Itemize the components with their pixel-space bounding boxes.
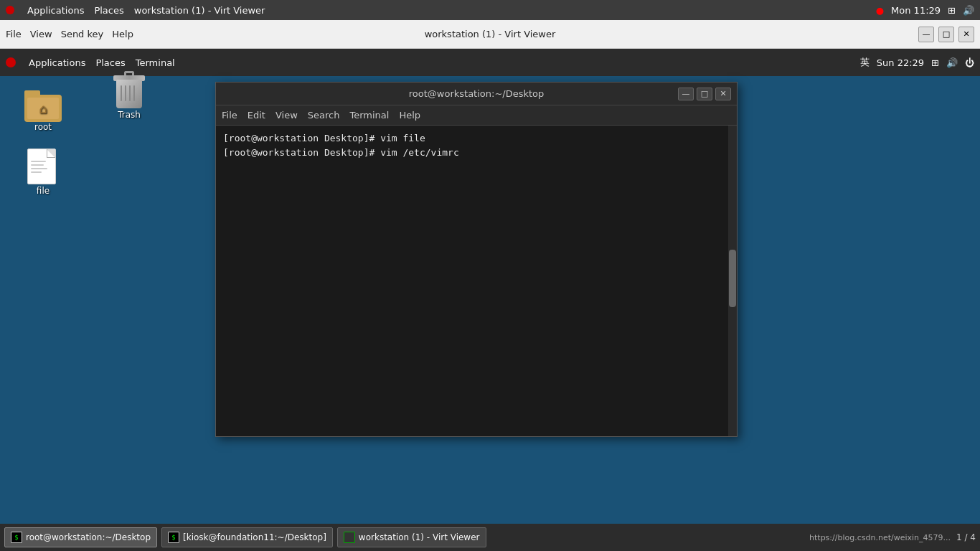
virt-viewer-chrome: File View Send key Help workstation (1) … bbox=[0, 20, 980, 49]
taskbar-item-kiosk[interactable]: $ [kiosk@foundation11:~/Desktop] bbox=[161, 527, 333, 547]
terminal-taskbar-icon: $ bbox=[11, 532, 22, 543]
terminal-content[interactable]: [root@workstation Desktop]# vim file [ro… bbox=[216, 126, 737, 436]
terminal-file-menu[interactable]: File bbox=[222, 110, 237, 121]
trash-lines bbox=[121, 85, 135, 101]
taskbar-item-terminal-active[interactable]: $ root@workstation:~/Desktop bbox=[4, 527, 157, 547]
vv-help-menu[interactable]: Help bbox=[112, 29, 133, 39]
vv-sendkey-menu[interactable]: Send key bbox=[61, 29, 104, 39]
host-topbar: Applications Places workstation (1) - Vi… bbox=[0, 0, 980, 20]
guest-desktop: ⌂ root bbox=[0, 76, 980, 551]
terminal-view-menu[interactable]: View bbox=[275, 110, 298, 121]
desktop-icon-trash[interactable]: Trash bbox=[100, 71, 158, 120]
taskbar-item-virt[interactable]: workstation (1) - Virt Viewer bbox=[337, 527, 486, 547]
guest-terminal-menu[interactable]: Terminal bbox=[136, 57, 175, 68]
host-window-title[interactable]: workstation (1) - Virt Viewer bbox=[134, 5, 265, 16]
desktop-icon-root-label: root bbox=[34, 122, 52, 132]
file-line bbox=[31, 168, 47, 169]
terminal-maximize-button[interactable]: □ bbox=[697, 88, 712, 100]
taskbar-item-kiosk-label: [kiosk@foundation11:~/Desktop] bbox=[183, 532, 326, 542]
host-clock: Mon 11:29 bbox=[891, 5, 941, 16]
terminal-help-menu[interactable]: Help bbox=[399, 110, 420, 121]
guest-clock: Sun 22:29 bbox=[877, 57, 924, 68]
trash-line bbox=[121, 85, 122, 101]
taskbar-item-virt-label: workstation (1) - Virt Viewer bbox=[359, 532, 480, 542]
guest-places-menu[interactable]: Places bbox=[95, 57, 125, 68]
kiosk-terminal-taskbar-icon: $ bbox=[168, 532, 179, 543]
vv-close-button[interactable]: ✕ bbox=[958, 27, 974, 42]
trash-line bbox=[125, 85, 126, 101]
trash-line bbox=[133, 85, 135, 101]
terminal-menubar: File Edit View Search Terminal Help bbox=[216, 105, 737, 126]
terminal-minimize-button[interactable]: — bbox=[678, 88, 694, 100]
vv-maximize-button[interactable]: □ bbox=[938, 27, 954, 42]
guest-power-icon[interactable]: ⏻ bbox=[965, 57, 974, 68]
terminal-edit-menu[interactable]: Edit bbox=[248, 110, 265, 121]
file-body bbox=[27, 149, 56, 184]
guest-apps-icon bbox=[6, 57, 16, 67]
trash-body bbox=[116, 80, 142, 108]
terminal-window: root@workstation:~/Desktop — □ ✕ File Ed… bbox=[215, 82, 738, 437]
file-line bbox=[31, 161, 46, 162]
scrollbar-thumb[interactable] bbox=[729, 250, 736, 307]
terminal-title: root@workstation:~/Desktop bbox=[409, 88, 545, 99]
file-line bbox=[31, 164, 44, 166]
vv-file-menu[interactable]: File bbox=[6, 29, 22, 39]
guest-volume-icon: 🔊 bbox=[946, 57, 958, 68]
terminal-terminal-menu[interactable]: Terminal bbox=[349, 110, 389, 121]
file-doc-icon bbox=[27, 149, 59, 186]
guest-lang-indicator: 英 bbox=[860, 56, 870, 69]
vv-view-menu[interactable]: View bbox=[30, 29, 52, 39]
taskbar-url: https://blog.csdn.net/weixin_4579... bbox=[809, 533, 951, 542]
terminal-titlebar: root@workstation:~/Desktop — □ ✕ bbox=[216, 83, 737, 105]
guest-area: Applications Places Terminal 英 Sun 22:29… bbox=[0, 49, 980, 551]
file-fold-inner bbox=[47, 149, 55, 158]
taskbar-item-terminal-label: root@workstation:~/Desktop bbox=[26, 532, 151, 542]
virt-taskbar-icon bbox=[344, 532, 355, 543]
folder-root-icon: ⌂ bbox=[24, 90, 62, 122]
trash-line bbox=[129, 85, 131, 101]
terminal-line-2: [root@workstation Desktop]# vim /etc/vim… bbox=[223, 146, 730, 160]
taskbar-page: 1 / 4 bbox=[956, 532, 976, 542]
vv-minimize-button[interactable]: — bbox=[918, 27, 934, 42]
guest-taskbar: $ root@workstation:~/Desktop $ [kiosk@fo… bbox=[0, 524, 980, 551]
host-apps-icon bbox=[6, 6, 14, 14]
folder-body: ⌂ bbox=[24, 95, 62, 122]
terminal-close-button[interactable]: ✕ bbox=[715, 88, 731, 100]
guest-network-icon: ⊞ bbox=[931, 57, 939, 68]
desktop-icons-area: ⌂ root bbox=[0, 76, 187, 551]
terminal-line-1: [root@workstation Desktop]# vim file bbox=[223, 131, 730, 146]
trash-can-icon bbox=[113, 71, 145, 108]
host-places-menu[interactable]: Places bbox=[94, 5, 123, 16]
host-recording-indicator: ● bbox=[876, 5, 884, 16]
desktop-icon-trash-label: Trash bbox=[118, 110, 141, 120]
vv-title: workstation (1) - Virt Viewer bbox=[425, 29, 556, 39]
home-symbol: ⌂ bbox=[39, 101, 47, 116]
host-network-icon: ⊞ bbox=[948, 5, 956, 16]
desktop-icon-file[interactable]: file bbox=[14, 149, 72, 196]
terminal-scrollbar[interactable] bbox=[728, 126, 737, 436]
terminal-search-menu[interactable]: Search bbox=[308, 110, 340, 121]
host-volume-icon: 🔊 bbox=[963, 5, 974, 16]
file-line bbox=[31, 171, 42, 173]
desktop-icon-file-label: file bbox=[37, 186, 50, 196]
guest-applications-menu[interactable]: Applications bbox=[29, 57, 85, 68]
host-applications-menu[interactable]: Applications bbox=[27, 5, 84, 16]
desktop-icon-root[interactable]: ⌂ root bbox=[14, 90, 72, 132]
